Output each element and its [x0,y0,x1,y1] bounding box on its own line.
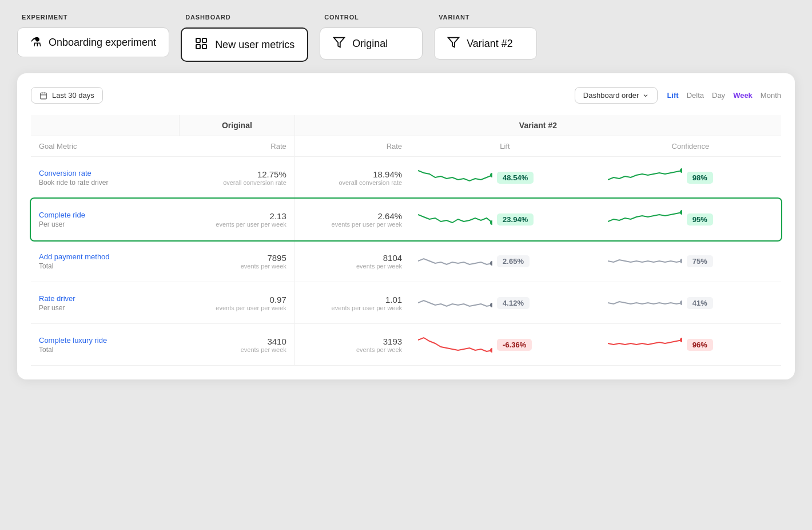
orig-rate-value: 3410 [187,337,286,346]
metric-link[interactable]: Complete ride [39,211,171,219]
calendar-icon [39,92,47,100]
view-week[interactable]: Week [733,91,753,100]
confidence-badge: 96% [687,339,713,351]
table-row: Rate driverPer user0.97events per user p… [31,282,781,324]
view-delta[interactable]: Delta [687,91,704,100]
var-rate-sub: events per user per week [303,221,402,228]
sparkline [418,207,492,232]
date-range-button[interactable]: Last 30 days [31,87,103,104]
orig-rate-cell: 0.97events per user per week [179,282,294,324]
dashboard-card[interactable]: New user metrics [181,27,308,62]
lift-spark-wrap: 2.65% [418,248,592,274]
confidence-cell: 98% [600,157,781,199]
metric-sub: Total [39,346,171,354]
variant-filter-icon [447,36,460,51]
confidence-sparkline [608,332,682,357]
orig-rate-value: 0.97 [187,295,286,304]
lift-badge: -6.36% [497,339,532,351]
confidence-sparkline [608,207,682,232]
orig-rate-sub: events per user per week [187,304,286,311]
metric-name-cell: Complete luxury rideTotal [31,324,179,366]
confidence-cell: 75% [600,240,781,282]
var-rate-value: 3193 [303,337,402,346]
experiment-card[interactable]: ⚗ Onboarding experiment [17,27,169,57]
confidence-sparkline [608,290,682,315]
table-row: Complete luxury rideTotal3410events per … [31,324,781,366]
orig-rate-cell: 2.13events per user per week [179,199,294,240]
lift-spark-wrap: 4.12% [418,290,592,315]
view-lift[interactable]: Lift [667,91,678,100]
var-rate-value: 18.94% [303,169,402,179]
variant-label: VARIANT [434,11,474,23]
metric-name-cell: Conversion rateBook ride to rate driver [31,157,179,199]
svg-marker-5 [448,38,459,48]
control-label: CONTROL [320,11,364,23]
metric-link[interactable]: Complete luxury ride [39,336,171,345]
confidence-badge: 41% [687,297,713,309]
svg-point-13 [680,210,682,215]
var-rate-cell: 2.64%events per user per week [294,199,410,240]
svg-rect-6 [41,93,47,99]
confidence-cell: 95% [600,199,781,240]
orig-rate-sub: events per week [187,346,286,353]
var-rate-value: 8104 [303,253,402,263]
lift-spark-wrap: 23.94% [418,207,592,232]
confidence-spark-wrap: 96% [608,332,773,357]
lift-badge: 2.65% [497,255,530,267]
svg-rect-2 [196,45,200,49]
svg-point-10 [490,173,492,177]
metric-link[interactable]: Conversion rate [39,169,171,177]
col-goal-metric: Goal Metric [31,136,179,157]
sparkline [418,290,492,315]
confidence-spark-wrap: 95% [608,207,773,232]
dashboard-card-text: New user metrics [215,39,294,51]
svg-point-17 [680,300,682,305]
confidence-spark-wrap: 41% [608,290,773,315]
metric-name-cell: Complete ridePer user [31,199,179,240]
orig-rate-cell: 3410events per week [179,324,294,366]
orig-rate-value: 2.13 [187,211,286,221]
date-range-label: Last 30 days [52,91,94,100]
svg-rect-1 [202,38,206,42]
view-day[interactable]: Day [712,91,725,100]
svg-marker-4 [334,38,344,48]
svg-point-16 [490,303,492,307]
sparkline [418,165,492,190]
main-card: Last 30 days Dashboard order Lift Delta … [17,73,795,379]
var-rate-sub: events per week [303,346,402,353]
control-card-text: Original [352,38,388,50]
lift-cell: 4.12% [410,282,600,324]
col-var-rate: Rate [294,136,410,157]
control-card[interactable]: Original [320,27,423,60]
lift-cell: 48.54% [410,157,600,199]
metric-link[interactable]: Rate driver [39,294,171,303]
confidence-badge: 75% [687,255,713,267]
metric-sub: Per user [39,220,171,228]
dashboard-section: DASHBOARD New user metrics [181,11,308,62]
dashboard-order-label: Dashboard order [583,91,639,100]
orig-rate-sub: events per week [187,263,286,270]
original-group-header: Original [179,115,294,136]
dashboard-icon [194,37,208,53]
metric-sub: Total [39,262,171,270]
orig-rate-value: 12.75% [187,169,286,179]
var-rate-value: 1.01 [303,295,402,304]
orig-rate-cell: 12.75%overall conversion rate [179,157,294,199]
confidence-cell: 96% [600,324,781,366]
orig-rate-value: 7895 [187,253,286,263]
chevron-down-icon [642,92,649,99]
var-rate-cell: 18.94%overall conversion rate [294,157,410,199]
control-filter-icon [333,36,345,51]
svg-point-19 [680,338,682,342]
metric-link[interactable]: Add payment method [39,252,171,261]
control-section: CONTROL Original [320,11,423,60]
var-rate-value: 2.64% [303,211,402,221]
dashboard-order-button[interactable]: Dashboard order [575,87,658,104]
view-month[interactable]: Month [761,91,781,100]
lift-spark-wrap: 48.54% [418,165,592,190]
variant-card[interactable]: Variant #2 [434,27,537,60]
svg-rect-0 [196,38,200,42]
variant-card-text: Variant #2 [467,38,513,50]
col-header-row: Goal Metric Rate Rate Lift Confidence [31,136,781,157]
table-row: Conversion rateBook ride to rate driver1… [31,157,781,199]
